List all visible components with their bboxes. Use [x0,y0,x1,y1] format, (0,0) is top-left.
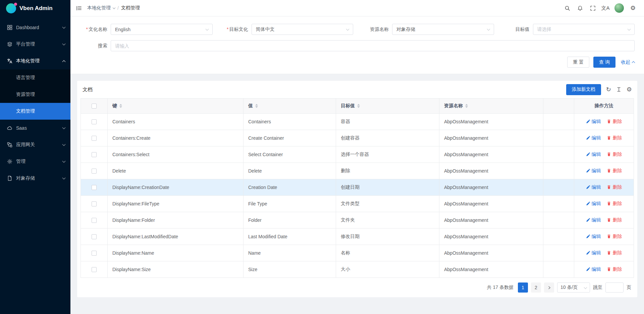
spacer-cell [543,179,574,196]
delete-button[interactable]: 删除 [607,184,622,190]
breadcrumb-parent[interactable]: 本地化管理 [87,5,111,11]
row-checkbox[interactable] [92,136,97,141]
table-row[interactable]: Containers:Select Select Container 选择一个容… [81,146,634,163]
jump-to-page-input[interactable] [605,282,624,293]
sidebar-item-resource-management[interactable]: 资源管理 [0,86,70,103]
edit-button[interactable]: 编辑 [586,250,601,256]
table-row[interactable]: Containers Containers 容器 AbpOssManagemen… [81,114,634,130]
edit-button[interactable]: 编辑 [586,151,601,158]
fullscreen-icon[interactable] [587,2,598,14]
sort-carets[interactable] [255,104,258,108]
sidebar-item-label: 应用网关 [16,142,59,148]
next-page-button[interactable] [544,282,554,293]
target-culture-select[interactable]: 简体中文 [252,24,354,35]
sort-carets[interactable] [119,104,122,108]
edit-button[interactable]: 编辑 [586,234,601,240]
pagination-total: 共 17 条数据 [487,285,514,291]
table-row[interactable]: Containers:Create Create Container 创建容器 … [81,130,634,146]
spacer-cell [543,261,574,278]
breadcrumb-current: 文档管理 [121,5,140,11]
row-checkbox[interactable] [92,201,97,206]
cell-key: Containers [112,119,135,124]
pencil-icon [586,119,590,124]
delete-button[interactable]: 删除 [607,217,622,223]
table-settings-gear-icon[interactable]: ⚙ [627,86,632,92]
sidebar-collapse-icon[interactable] [73,2,85,14]
avatar[interactable] [614,3,624,13]
target-value-select[interactable]: 请选择 [533,24,635,35]
cell-value: File Type [248,201,267,206]
spacer-cell [543,196,574,212]
table-row[interactable]: DisplayName:Name Name 名称 AbpOssManagemen… [81,245,634,261]
culture-name-select[interactable]: English [111,24,213,35]
table-row[interactable]: DisplayName:Size Size 大小 AbpOssManagemen… [81,261,634,278]
edit-button[interactable]: 编辑 [586,217,601,223]
query-button[interactable]: 查 询 [593,57,615,68]
sidebar-item-label: 本地化管理 [16,58,59,64]
notification-bell-icon[interactable] [574,2,586,14]
row-checkbox[interactable] [92,251,97,256]
delete-button[interactable]: 删除 [607,168,622,174]
page-2-button[interactable]: 2 [531,282,541,293]
table-row[interactable]: Delete Delete 删除 AbpOssManagement 编辑 删除 [81,163,634,179]
page-size-select[interactable]: 10 条/页 [557,282,590,293]
gear-icon[interactable]: ⚙ [627,2,639,14]
sort-carets[interactable] [357,104,360,108]
column-header-resource: 资源名称 [444,103,463,109]
delete-button[interactable]: 删除 [607,151,622,158]
edit-button[interactable]: 编辑 [586,168,601,174]
row-checkbox[interactable] [92,152,97,157]
select-all-checkbox[interactable] [92,104,97,109]
row-checkbox[interactable] [92,119,97,124]
delete-button[interactable]: 删除 [607,266,622,272]
delete-button[interactable]: 删除 [607,250,622,256]
sidebar-item-document-management[interactable]: 文档管理 [0,103,70,120]
i-beam-icon[interactable] [616,87,622,92]
sidebar-item-language-management[interactable]: 语言管理 [0,69,70,86]
cell-key: Delete [112,168,126,174]
table-row[interactable]: DisplayName:LastModifiedDate Last Modifi… [81,229,634,245]
cell-key: DisplayName:Name [112,250,154,256]
pencil-icon [586,185,590,189]
cell-resource-name: AbpOssManagement [444,119,488,124]
edit-button[interactable]: 编辑 [586,266,601,272]
sidebar-item-saas[interactable]: Saas [0,120,70,136]
table-row[interactable]: DisplayName:FileType File Type 文件类型 AbpO… [81,196,634,212]
delete-button[interactable]: 删除 [607,234,622,240]
app-logo[interactable]: Vben Admin [0,0,70,16]
collapse-toggle[interactable]: 收起 [621,59,635,65]
table-row[interactable]: DisplayName:CreationDate Creation Date 创… [81,179,634,196]
row-checkbox[interactable] [92,185,97,190]
edit-button[interactable]: 编辑 [586,201,601,207]
translate-icon[interactable]: 文A [600,2,611,14]
row-checkbox[interactable] [92,267,97,272]
search-input[interactable] [111,40,635,51]
delete-button[interactable]: 删除 [607,135,622,141]
documents-table: 键 值 目标值 资源名称 操作方法 Containers Containers … [80,98,634,278]
sidebar-item-object-storage[interactable]: 对象存储 [0,170,70,187]
reset-button[interactable]: 重 置 [567,57,589,68]
table-row[interactable]: DisplayName:Folder Folder 文件夹 AbpOssMana… [81,212,634,229]
sidebar-item-management[interactable]: 管理 [0,153,70,170]
resource-name-select[interactable]: 对象存储 [392,24,494,35]
sidebar-item-dashboard[interactable]: Dashboard [0,19,70,36]
edit-button[interactable]: 编辑 [586,119,601,125]
edit-button[interactable]: 编辑 [586,184,601,190]
sidebar-item-localization[interactable]: 本地化管理 [0,53,70,69]
chevron-down-icon [62,142,66,146]
delete-button[interactable]: 删除 [607,201,622,207]
page-1-button[interactable]: 1 [518,282,528,293]
edit-button[interactable]: 编辑 [586,135,601,141]
add-document-button[interactable]: 添加新文档 [566,84,601,95]
sidebar-item-gateway[interactable]: 应用网关 [0,136,70,153]
cell-value: Size [248,267,257,272]
refresh-icon[interactable]: ↻ [606,86,611,92]
row-checkbox[interactable] [92,234,97,239]
sort-carets[interactable] [465,104,468,108]
delete-button[interactable]: 删除 [607,119,622,125]
select-value: 简体中文 [256,26,275,33]
row-checkbox[interactable] [92,169,97,174]
sidebar-item-platform[interactable]: 平台管理 [0,36,70,53]
search-icon[interactable] [561,2,573,14]
row-checkbox[interactable] [92,218,97,223]
